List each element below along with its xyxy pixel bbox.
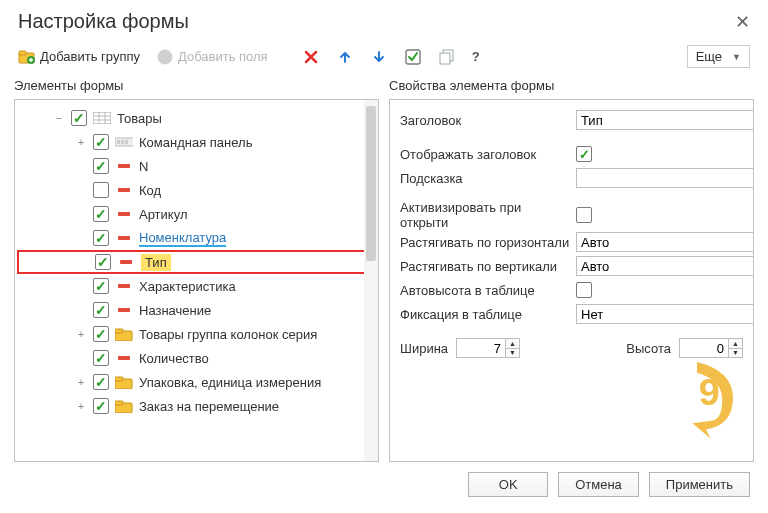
tree-row[interactable]: +Командная панель [17,130,376,154]
tree-panel: −Товары+Командная панельNКодАртикулНомен… [14,99,379,462]
prop-title-label: Заголовок [400,113,570,128]
prop-autoheight-checkbox[interactable] [576,282,592,298]
tree-checkbox[interactable] [93,158,109,174]
grid-icon [93,111,111,125]
svg-rect-15 [125,140,128,144]
chevron-down-icon: ▼ [732,52,741,62]
prop-showtitle-checkbox[interactable] [576,146,592,162]
apply-button[interactable]: Применить [649,472,750,497]
tree-checkbox[interactable] [93,302,109,318]
tree-checkbox[interactable] [93,326,109,342]
arrow-down-icon [370,50,388,64]
close-icon[interactable]: ✕ [735,11,750,33]
prop-stretchv-combo[interactable] [576,256,754,276]
expand-placeholder [75,184,87,196]
tree-checkbox[interactable] [93,278,109,294]
minus-icon [115,183,133,197]
tree-row[interactable]: +Заказ на перемещение [17,394,376,418]
minus-icon [115,207,133,221]
minus-icon [115,231,133,245]
tree-item-label: Артикул [139,207,187,222]
tree-item-label: Количество [139,351,209,366]
prop-hint-input[interactable] [576,168,754,188]
tree-row[interactable]: Номенклатура [17,226,376,250]
properties-panel: Заголовок Отображать заголовок Подсказка… [389,99,754,462]
move-down-button[interactable] [364,47,394,67]
right-panel-title: Свойства элемента формы [389,74,754,99]
spin-up-icon[interactable]: ▲ [729,338,743,348]
tree-checkbox[interactable] [93,230,109,246]
copy-button[interactable] [432,47,462,67]
expand-placeholder [75,280,87,292]
tree-checkbox[interactable] [93,134,109,150]
tree-row[interactable]: +Товары группа колонок серия [17,322,376,346]
tree-item-label: N [139,159,148,174]
tree-checkbox[interactable] [93,398,109,414]
expand-icon[interactable]: + [75,400,87,412]
tree-row[interactable]: N [17,154,376,178]
folder-plus-icon [18,50,36,64]
prop-height-input[interactable] [679,338,729,358]
svg-rect-7 [93,112,111,124]
left-panel-title: Элементы формы [14,74,379,99]
tree-row[interactable]: Количество [17,346,376,370]
more-menu-button[interactable]: Еще ▼ [687,45,750,68]
spin-down-icon[interactable]: ▼ [506,348,520,359]
folder-icon [115,327,133,341]
add-group-button[interactable]: Добавить группу [12,46,146,67]
tree-checkbox[interactable] [93,206,109,222]
minus-icon [115,279,133,293]
svg-rect-14 [121,140,124,144]
spin-down-icon[interactable]: ▼ [729,348,743,359]
ok-button[interactable]: OK [468,472,548,497]
toolbar: Добавить группу Добавить поля ? Еще [0,41,768,74]
prop-width-label: Ширина [400,341,448,356]
prop-width-input[interactable] [456,338,506,358]
minus-icon [115,351,133,365]
more-label: Еще [696,49,722,64]
expand-placeholder [75,304,87,316]
expand-icon[interactable]: + [75,376,87,388]
delete-button[interactable] [296,47,326,67]
tree-row[interactable]: Артикул [17,202,376,226]
tree-checkbox[interactable] [71,110,87,126]
expand-placeholder [75,352,87,364]
prop-hint-label: Подсказка [400,171,570,186]
spin-up-icon[interactable]: ▲ [506,338,520,348]
tree-checkbox[interactable] [93,182,109,198]
tree-row[interactable]: +Упаковка, единица измерения [17,370,376,394]
svg-rect-6 [440,53,450,64]
prop-title-input[interactable] [576,110,754,130]
tree-row[interactable]: −Товары [17,106,376,130]
tree-scrollbar[interactable] [364,100,378,461]
prop-activate-checkbox[interactable] [576,207,592,223]
tree-checkbox[interactable] [93,374,109,390]
scroll-thumb[interactable] [366,106,376,261]
tree-row[interactable]: Код [17,178,376,202]
svg-rect-21 [115,401,123,405]
tree-item-label: Тип [141,254,171,271]
expand-icon[interactable]: + [75,136,87,148]
check-all-button[interactable] [398,47,428,67]
cancel-button[interactable]: Отмена [558,472,639,497]
add-fields-label: Добавить поля [178,49,268,64]
expand-icon[interactable]: + [75,328,87,340]
delete-x-icon [302,50,320,64]
prop-fixation-combo[interactable] [576,304,754,324]
plus-circle-icon [156,50,174,64]
tree-item-label: Товары [117,111,162,126]
prop-stretchh-label: Растягивать по горизонтали [400,235,570,250]
tree-checkbox[interactable] [93,350,109,366]
tree-row[interactable]: Назначение [17,298,376,322]
tree-row[interactable]: Характеристика [17,274,376,298]
tree-item-label: Код [139,183,161,198]
tree-checkbox[interactable] [95,254,111,270]
prop-stretchh-combo[interactable] [576,232,754,252]
move-up-button[interactable] [330,47,360,67]
collapse-icon[interactable]: − [53,112,65,124]
help-button[interactable]: ? [466,46,486,67]
svg-rect-17 [115,329,123,333]
prop-stretchv-label: Растягивать по вертикали [400,259,570,274]
tree-row[interactable]: Тип [17,250,376,274]
checkbox-check-icon [404,50,422,64]
